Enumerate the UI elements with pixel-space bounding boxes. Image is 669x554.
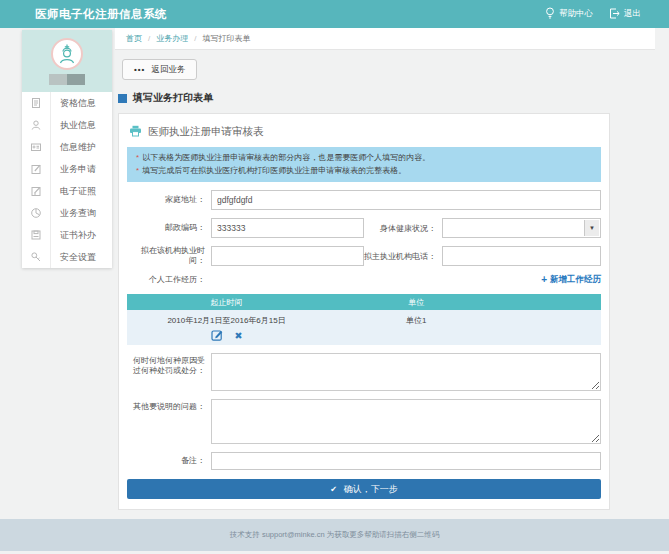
sidebar-item-security-settings[interactable]: 安全设置 bbox=[22, 246, 112, 268]
sidebar-item-qualification-info[interactable]: 资格信息 bbox=[22, 92, 112, 114]
breadcrumb-separator: / bbox=[194, 34, 196, 43]
form-title: 医师执业注册申请审核表 bbox=[127, 122, 601, 147]
app-header: 医师电子化注册信息系统 帮助中心 退出 bbox=[0, 0, 669, 28]
bullet-asterisk-icon: * bbox=[136, 153, 139, 162]
back-to-business-button[interactable]: ••• 返回业务 bbox=[122, 59, 197, 80]
table-header-unit: 单位 bbox=[326, 294, 506, 310]
org-phone-label: 拟主执业机构电话： bbox=[364, 251, 442, 262]
breadcrumb-separator: / bbox=[148, 34, 150, 43]
edit-row-button[interactable] bbox=[211, 329, 223, 341]
time-phone-row: 拟在该机构执业时间： 拟主执业机构电话： bbox=[127, 246, 601, 266]
printer-icon bbox=[129, 125, 142, 139]
other-issues-textarea[interactable] bbox=[211, 399, 601, 444]
table-header-period: 起止时间 bbox=[127, 294, 326, 310]
practice-time-field[interactable] bbox=[211, 246, 364, 266]
sidebar-item-label: 资格信息 bbox=[50, 92, 112, 114]
sidebar-item-label: 信息维护 bbox=[50, 136, 112, 158]
punishment-label: 何时何地何种原因受过何种处罚或处分： bbox=[127, 353, 211, 376]
person-icon bbox=[22, 114, 50, 136]
confirm-next-button[interactable]: ✔ 确认，下一步 bbox=[127, 479, 601, 499]
health-status-label: 身体健康状况： bbox=[364, 223, 442, 234]
query-icon bbox=[22, 202, 50, 224]
work-unit-value: 单位1 bbox=[326, 310, 506, 345]
section-title-text: 填写业务打印表单 bbox=[133, 91, 213, 105]
delete-row-button[interactable]: ✖ bbox=[235, 330, 243, 341]
certificate-icon bbox=[22, 180, 50, 202]
notice-line: *填写完成后可在拟执业医疗机构打印医师执业注册申请审核表的完整表格。 bbox=[136, 164, 592, 177]
form-title-text: 医师执业注册申请审核表 bbox=[148, 125, 264, 139]
sidebar-item-label: 执业信息 bbox=[50, 114, 112, 136]
avatar bbox=[51, 38, 83, 70]
sidebar-item-label: 业务申请 bbox=[50, 158, 112, 180]
logout-label: 退出 bbox=[624, 8, 641, 20]
page: 医师电子化注册信息系统 帮助中心 退出 bbox=[0, 0, 669, 554]
logout-link[interactable]: 退出 bbox=[609, 8, 641, 21]
add-work-history-link[interactable]: + 新增工作经历 bbox=[541, 274, 601, 286]
form-panel: 医师执业注册申请审核表 *以下表格为医师执业注册申请审核表的部分内容，也是需要医… bbox=[118, 113, 610, 510]
back-button-label: 返回业务 bbox=[151, 64, 185, 76]
work-history-row: 个人工作经历： + 新增工作经历 bbox=[127, 274, 601, 286]
remark-label: 备注： bbox=[127, 456, 211, 466]
section-title: 填写业务打印表单 bbox=[118, 91, 655, 105]
check-icon: ✔ bbox=[330, 485, 337, 494]
footer-text: 技术支持 support@minke.cn 为获取更多帮助请扫描右侧二维码 bbox=[230, 530, 439, 540]
breadcrumb-current: 填写打印表单 bbox=[202, 33, 250, 44]
plus-icon: + bbox=[541, 276, 547, 284]
section-square-icon bbox=[118, 94, 127, 103]
sidebar-item-info-maintenance[interactable]: 信息维护 bbox=[22, 136, 112, 158]
chevron-down-icon: ▼ bbox=[584, 220, 599, 236]
sidebar-item-label: 安全设置 bbox=[50, 246, 112, 268]
work-period-value: 2010年12月1日至2016年6月15日 bbox=[127, 315, 326, 326]
page-footer: 技术支持 support@minke.cn 为获取更多帮助请扫描右侧二维码 bbox=[0, 519, 669, 551]
logout-icon bbox=[609, 8, 620, 21]
sidebar-item-practice-info[interactable]: 执业信息 bbox=[22, 114, 112, 136]
edit-icon bbox=[22, 158, 50, 180]
confirm-next-label: 确认，下一步 bbox=[344, 483, 398, 496]
other-issues-row: 其他要说明的问题： bbox=[127, 399, 601, 444]
postal-code-label: 邮政编码： bbox=[127, 223, 211, 233]
help-icon bbox=[545, 7, 555, 21]
remark-row: 备注： bbox=[127, 452, 601, 470]
practice-time-label: 拟在该机构执业时间： bbox=[127, 246, 211, 266]
bullet-asterisk-icon: * bbox=[136, 166, 139, 175]
work-history-label: 个人工作经历： bbox=[127, 275, 211, 285]
table-row: 2010年12月1日至2016年6月15日 ✖ 单位1 bbox=[127, 310, 601, 345]
sidebar-item-business-query[interactable]: 业务查询 bbox=[22, 202, 112, 224]
sidebar-item-certificate-reissue[interactable]: 证书补办 bbox=[22, 224, 112, 246]
sidebar-item-e-certificate[interactable]: 电子证照 bbox=[22, 180, 112, 202]
id-card-icon bbox=[22, 136, 50, 158]
home-address-row: 家庭地址： bbox=[127, 190, 601, 210]
postal-health-row: 邮政编码： 身体健康状况： ▼ bbox=[127, 218, 601, 238]
help-center-link[interactable]: 帮助中心 bbox=[545, 7, 593, 21]
home-address-field[interactable] bbox=[211, 190, 601, 210]
work-history-table: 起止时间 单位 2010年12月1日至2016年6月15日 bbox=[127, 294, 601, 345]
other-issues-label: 其他要说明的问题： bbox=[127, 399, 211, 412]
user-name-redacted bbox=[49, 74, 85, 85]
org-phone-field[interactable] bbox=[442, 246, 601, 266]
book-icon bbox=[22, 224, 50, 246]
key-icon bbox=[22, 246, 50, 268]
sidebar: 资格信息 执业信息 信息维护 业务申请 bbox=[22, 30, 112, 268]
main-content: 首页 / 业务办理 / 填写打印表单 ••• 返回业务 填写业务打印表单 医师执… bbox=[115, 28, 655, 510]
postal-code-field[interactable] bbox=[211, 218, 364, 238]
breadcrumb-business[interactable]: 业务办理 bbox=[156, 33, 188, 44]
document-icon bbox=[22, 92, 50, 114]
notice-box: *以下表格为医师执业注册申请审核表的部分内容，也是需要医师个人填写的内容。 *填… bbox=[127, 147, 601, 182]
breadcrumb-home[interactable]: 首页 bbox=[126, 33, 142, 44]
help-center-label: 帮助中心 bbox=[559, 8, 593, 20]
sidebar-item-label: 证书补办 bbox=[50, 224, 112, 246]
punishment-row: 何时何地何种原因受过何种处罚或处分： bbox=[127, 353, 601, 391]
remark-field[interactable] bbox=[211, 452, 601, 470]
sidebar-menu: 资格信息 执业信息 信息维护 业务申请 bbox=[22, 92, 112, 268]
sidebar-item-business-apply[interactable]: 业务申请 bbox=[22, 158, 112, 180]
home-address-label: 家庭地址： bbox=[127, 195, 211, 205]
health-status-select[interactable]: ▼ bbox=[442, 218, 601, 238]
table-header-empty bbox=[506, 294, 601, 310]
notice-line: *以下表格为医师执业注册申请审核表的部分内容，也是需要医师个人填写的内容。 bbox=[136, 151, 592, 164]
breadcrumb: 首页 / 业务办理 / 填写打印表单 bbox=[115, 28, 655, 50]
sidebar-item-label: 业务查询 bbox=[50, 202, 112, 224]
app-title: 医师电子化注册信息系统 bbox=[35, 7, 167, 22]
add-work-history-label: 新增工作经历 bbox=[550, 274, 601, 286]
ellipsis-icon: ••• bbox=[134, 65, 145, 74]
punishment-textarea[interactable] bbox=[211, 353, 601, 391]
